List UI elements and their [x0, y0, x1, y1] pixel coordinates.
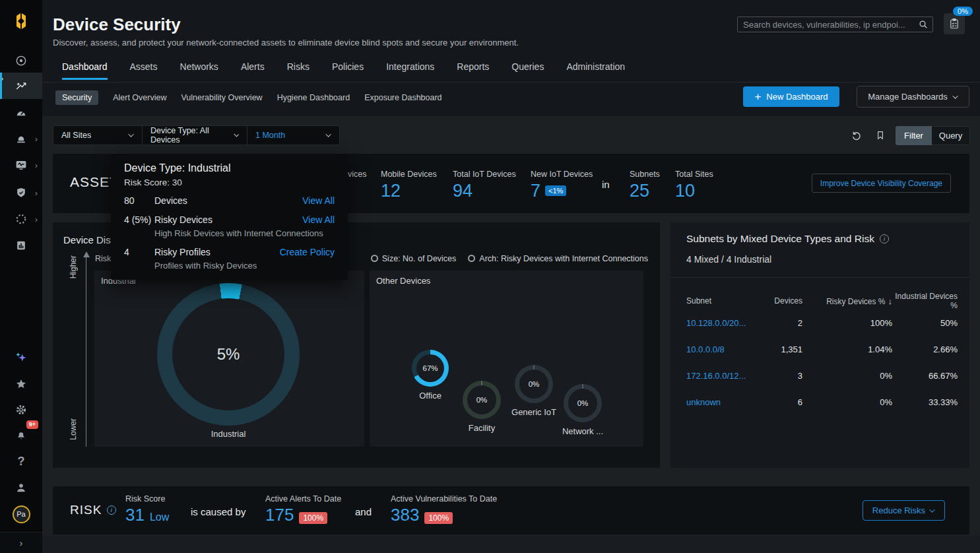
- subnet-link[interactable]: 10.0.0.0/8: [686, 344, 760, 354]
- sidebar-item-help[interactable]: ?: [0, 451, 42, 472]
- nav-divider: [42, 82, 980, 82]
- filter-toggle-button[interactable]: Filter: [896, 126, 932, 145]
- improve-visibility-button[interactable]: Improve Device Visibility Coverage: [812, 174, 951, 193]
- chevron-down-icon: [325, 131, 331, 137]
- subtab-security[interactable]: Security: [55, 90, 98, 105]
- axis-arrow-icon: [83, 251, 90, 257]
- avatar: Pa: [13, 505, 30, 523]
- chevron-right-icon: ›: [20, 537, 23, 548]
- subtab-exposure-dashboard[interactable]: Exposure Dashboard: [364, 93, 441, 102]
- subnets-title-text: Subnets by Mixed Device Types and Risk: [686, 233, 874, 245]
- cell-risky: 100%: [802, 318, 892, 328]
- view-all-link[interactable]: View All: [302, 194, 335, 207]
- tab-risks[interactable]: Risks: [287, 61, 310, 80]
- cell-devices: 1,351: [760, 344, 802, 354]
- industrial-donut-chart[interactable]: 5%: [157, 283, 300, 426]
- sidebar-item-notifications[interactable]: 9+: [0, 424, 42, 445]
- sidebar-collapse-toggle[interactable]: ›: [0, 532, 42, 553]
- new-dashboard-button[interactable]: + New Dashboard: [743, 86, 839, 107]
- legend-arch-label: Arch: Risky Devices with Internet Connec…: [479, 254, 648, 263]
- tooltip-label: Risky Devices: [154, 213, 302, 226]
- risk-axis: [86, 257, 86, 447]
- refresh-icon: [850, 129, 862, 141]
- other-devices-panel-label: Other Devices: [376, 276, 430, 286]
- manage-dashboards-button[interactable]: Manage Dashboards: [857, 86, 969, 108]
- sites-filter[interactable]: All Sites: [53, 126, 142, 145]
- tab-queries[interactable]: Queries: [511, 61, 544, 80]
- bubble-network-value: 0%: [577, 399, 589, 407]
- sidebar-item-settings[interactable]: [0, 399, 42, 420]
- global-search: [737, 16, 933, 32]
- search-icon[interactable]: [918, 19, 929, 30]
- create-policy-link[interactable]: Create Policy: [280, 245, 335, 259]
- tab-policies[interactable]: Policies: [332, 61, 364, 80]
- table-row: 10.128.0.0/20... 2 100% 50%: [686, 309, 958, 336]
- risk-title-text: RISK: [70, 503, 102, 517]
- coverage-checklist-button[interactable]: 0%: [944, 13, 965, 34]
- sidebar-item-devices[interactable]: ›: [0, 154, 42, 176]
- sidebar-item-alerts[interactable]: ›: [0, 128, 42, 149]
- page-header: Device Security Discover, assess, and pr…: [42, 0, 980, 116]
- subnets-panel: Subnets by Mixed Device Types and Risk i…: [670, 222, 969, 468]
- subtab-hygiene-dashboard[interactable]: Hygiene Dashboard: [277, 93, 350, 102]
- reduce-risks-label: Reduce Risks: [872, 505, 925, 515]
- bubble-office[interactable]: 67%: [412, 350, 449, 387]
- view-all-link[interactable]: View All: [302, 213, 335, 226]
- alerts-percent-badge: 100%: [299, 512, 327, 524]
- and-text: and: [355, 506, 372, 517]
- bubble-facility[interactable]: 0%: [463, 381, 501, 419]
- bubble-network[interactable]: 0%: [564, 384, 602, 422]
- percent-badge: <1%: [545, 185, 566, 196]
- in-connector: in: [602, 179, 610, 190]
- tooltip-count: 4: [124, 245, 154, 259]
- cell-devices: 6: [760, 397, 802, 407]
- sidebar-item-reports[interactable]: [0, 235, 42, 256]
- caused-by-text: is caused by: [191, 506, 245, 517]
- tab-networks[interactable]: Networks: [180, 61, 218, 80]
- query-toggle-button[interactable]: Query: [932, 126, 970, 145]
- sidebar-item-ai-assist[interactable]: [0, 347, 42, 368]
- legend-arch[interactable]: Arch: Risky Devices with Internet Connec…: [468, 254, 648, 263]
- col-devices[interactable]: Devices: [760, 296, 802, 306]
- col-risky[interactable]: Risky Devices %↓: [802, 296, 892, 306]
- sidebar-item-account[interactable]: Pa: [0, 504, 42, 525]
- refresh-button[interactable]: [849, 128, 863, 143]
- time-range-filter[interactable]: 1 Month: [247, 126, 339, 145]
- col-industrial[interactable]: Industrial Devices %: [892, 292, 958, 310]
- tab-assets[interactable]: Assets: [130, 61, 158, 80]
- stat-value: 94: [453, 181, 473, 201]
- tab-dashboard[interactable]: Dashboard: [62, 61, 108, 80]
- sidebar-item-device-security-active[interactable]: ›: [0, 73, 42, 99]
- device-type-filter[interactable]: Device Type: All Devices: [142, 126, 247, 145]
- tab-reports[interactable]: Reports: [457, 61, 489, 80]
- sidebar-item-user[interactable]: [0, 477, 42, 498]
- tooltip-label: Devices: [154, 194, 302, 207]
- legend-size[interactable]: Size: No. of Devices: [371, 254, 457, 263]
- sidebar-item-favorites[interactable]: [0, 374, 42, 395]
- search-input[interactable]: [737, 16, 933, 32]
- tab-administration[interactable]: Administration: [566, 61, 625, 80]
- sidebar-item-gauge[interactable]: [0, 103, 42, 124]
- bubble-office-value: 67%: [422, 364, 438, 372]
- risk-score-value: 31: [125, 505, 145, 525]
- cell-devices: 2: [760, 318, 802, 328]
- subnet-link[interactable]: unknown: [686, 397, 760, 407]
- reduce-risks-button[interactable]: Reduce Risks: [863, 500, 945, 521]
- info-icon[interactable]: i: [107, 505, 116, 515]
- bookmark-button[interactable]: [873, 128, 888, 143]
- dashboard-content: All Sites Device Type: All Devices 1 Mon…: [42, 116, 980, 553]
- tab-integrations[interactable]: Integrations: [386, 61, 434, 80]
- subnet-link[interactable]: 10.128.0.0/20...: [686, 318, 760, 328]
- info-icon[interactable]: i: [880, 234, 889, 244]
- notifications-badge: 9+: [26, 420, 38, 429]
- subtab-alert-overview[interactable]: Alert Overview: [113, 93, 166, 102]
- subtab-vulnerability-overview[interactable]: Vulnerability Overview: [181, 93, 262, 102]
- sidebar-item-integrations[interactable]: ›: [0, 209, 42, 230]
- subnet-link[interactable]: 172.16.0.0/12...: [686, 371, 760, 381]
- tab-alerts[interactable]: Alerts: [241, 61, 265, 80]
- sidebar-item-policies[interactable]: ›: [0, 182, 42, 203]
- col-subnet[interactable]: Subnet: [686, 296, 760, 306]
- bubble-generic-iot[interactable]: 0%: [515, 365, 553, 403]
- sidebar-item-radar[interactable]: [0, 50, 42, 71]
- subnets-table-header: Subnet Devices Risky Devices %↓ Industri…: [686, 292, 958, 309]
